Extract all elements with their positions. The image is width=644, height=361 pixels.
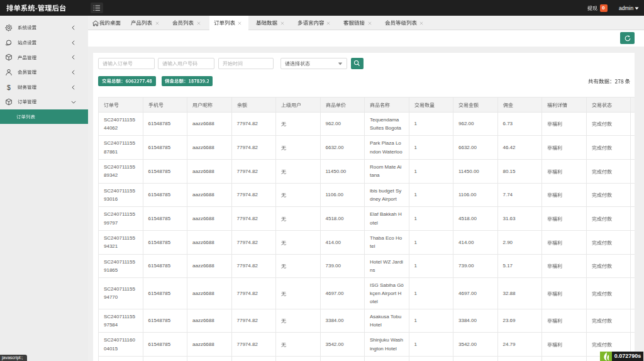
svg-text:$: $ <box>7 84 11 91</box>
